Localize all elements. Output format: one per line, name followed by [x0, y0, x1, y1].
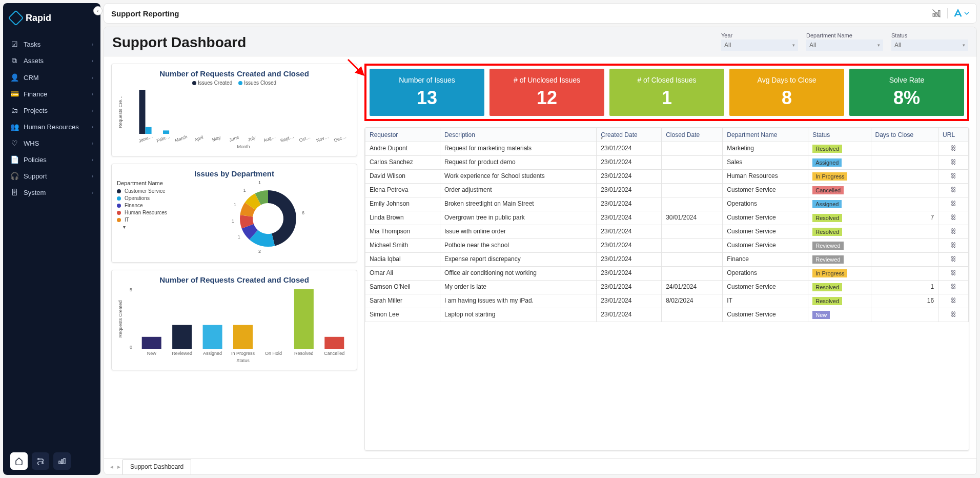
kpi-solve-rate: Solve Rate8%: [849, 69, 964, 116]
sidebar-item-finance[interactable]: 💳Finance›: [3, 86, 100, 102]
svg-text:Sept…: Sept…: [280, 134, 295, 144]
link-icon[interactable]: ⛓: [950, 269, 956, 276]
link-icon[interactable]: ⛓: [950, 283, 956, 290]
table-row[interactable]: Carlos SanchezRequest for product demo23…: [365, 156, 969, 170]
kpi--of-unclosed-issues: # of Unclosed Issues12: [489, 69, 604, 116]
table-row[interactable]: Elena PetrovaOrder adjustment23/01/2024C…: [365, 184, 969, 197]
sidebar-item-support[interactable]: 🎧Support›: [3, 168, 100, 184]
chevron-right-icon: ›: [92, 124, 93, 130]
link-icon[interactable]: ⛓: [950, 172, 956, 180]
table-row[interactable]: Andre DupontRequest for marketing materi…: [365, 142, 969, 156]
table-row[interactable]: Omar AliOffice air conditioning not work…: [365, 267, 969, 281]
tab-prev-button[interactable]: ◂: [108, 459, 115, 474]
table-row[interactable]: Linda BrownOvergrown tree in public park…: [365, 211, 969, 225]
sidebar-nav: ☑Tasks›⧉Assets›👤CRM›💳Finance›🗂Projects›👥…: [3, 34, 100, 447]
table-header[interactable]: Closed Date: [662, 128, 723, 142]
sidebar-item-system[interactable]: 🗄System›: [3, 184, 100, 201]
kpi-number-of-issues: Number of Issues13: [370, 69, 484, 116]
link-icon[interactable]: ⛓: [950, 311, 956, 318]
svg-point-1: [42, 463, 44, 464]
filter-department-name[interactable]: All▾: [806, 39, 883, 51]
table-row[interactable]: Simon LeeLaptop not starting23/01/2024Cu…: [365, 308, 969, 322]
link-icon[interactable]: ⛓: [950, 145, 956, 152]
tab-support-dashboard[interactable]: Support Dashboard: [122, 460, 191, 474]
svg-point-0: [38, 459, 39, 460]
sidebar-item-tasks[interactable]: ☑Tasks›: [3, 36, 100, 52]
issues-table-card: RequestorDescriptionCreated Date▾Closed …: [364, 127, 969, 451]
svg-text:Resolved: Resolved: [294, 351, 314, 356]
status-badge: Assigned: [812, 158, 842, 167]
table-header[interactable]: URL: [938, 128, 969, 142]
chart-icon[interactable]: [931, 8, 942, 19]
link-icon[interactable]: ⛓: [950, 228, 956, 235]
svg-text:1: 1: [243, 188, 246, 193]
table-header[interactable]: Status: [808, 128, 871, 142]
chart-requests-by-status: Number of Requests Created and Closed Re…: [111, 270, 357, 370]
link-icon[interactable]: ⛓: [950, 200, 956, 207]
link-icon[interactable]: ⛓: [950, 255, 956, 263]
chart2-more-button[interactable]: ▾: [117, 224, 189, 230]
link-icon[interactable]: ⛓: [950, 186, 956, 193]
svg-text:Nov…: Nov…: [316, 134, 330, 143]
table-header[interactable]: Days to Close: [871, 128, 938, 142]
sidebar-item-projects[interactable]: 🗂Projects›: [3, 102, 100, 118]
chevron-down-icon: ▾: [792, 43, 795, 48]
svg-rect-69: [324, 337, 344, 349]
table-header[interactable]: Description: [440, 128, 596, 142]
sidebar-collapse-button[interactable]: ‹: [93, 6, 103, 15]
sidebar-item-crm[interactable]: 👤CRM›: [3, 69, 100, 86]
link-icon[interactable]: ⛓: [950, 242, 956, 249]
table-row[interactable]: Sarah MillerI am having issues with my i…: [365, 294, 969, 308]
table-row[interactable]: Mia ThompsonIssue with online order23/01…: [365, 225, 969, 239]
link-icon[interactable]: ⛓: [950, 158, 956, 166]
svg-text:April: April: [194, 134, 204, 143]
table-row[interactable]: Samson O'NeilMy order is late23/01/20242…: [365, 281, 969, 294]
svg-text:Status: Status: [236, 358, 250, 363]
svg-rect-5: [933, 14, 934, 16]
svg-text:Dec…: Dec…: [333, 134, 347, 143]
table-row[interactable]: Michael SmithPothole near the school23/0…: [365, 239, 969, 253]
sidebar-item-whs[interactable]: ♡WHS›: [3, 135, 100, 151]
status-badge: In Progress: [812, 172, 847, 181]
chevron-right-icon: ›: [92, 58, 93, 64]
chevron-down-icon: ▾: [963, 43, 965, 48]
status-badge: Cancelled: [812, 186, 844, 194]
bottom-tabs: ◂ ▸ Support Dashboard: [104, 458, 976, 474]
table-header[interactable]: Requestor: [365, 128, 440, 142]
kpi-row: Number of Issues13# of Unclosed Issues12…: [364, 64, 969, 121]
sidebar-item-assets[interactable]: ⧉Assets›: [3, 52, 100, 69]
chevron-down-icon: ▾: [877, 43, 880, 48]
table-row[interactable]: Nadia IqbalExpense report discrepancy23/…: [365, 253, 969, 267]
svg-rect-3: [62, 460, 63, 464]
filter-year[interactable]: All▾: [721, 39, 798, 51]
svg-text:Assigned: Assigned: [203, 351, 222, 356]
sidebar-item-human-resources[interactable]: 👥Human Resources›: [3, 118, 100, 135]
home-button[interactable]: [10, 452, 28, 470]
sidebar-item-policies[interactable]: 📄Policies›: [3, 151, 100, 168]
chart2-title: Issues by Department: [117, 169, 352, 178]
status-badge: Resolved: [812, 297, 842, 305]
link-icon[interactable]: ⛓: [950, 297, 956, 304]
svg-text:Cancelled: Cancelled: [324, 351, 344, 356]
logo[interactable]: Rapid: [3, 3, 100, 34]
table-row[interactable]: David WilsonWork experience for School s…: [365, 170, 969, 184]
filter-label: Status: [891, 32, 968, 38]
filter-status[interactable]: All▾: [891, 39, 968, 51]
nav-icon: 🗂: [10, 106, 18, 114]
nav-icon: 👤: [10, 73, 18, 82]
svg-rect-11: [146, 127, 152, 134]
table-row[interactable]: Emily JohnsonBroken streetlight on Main …: [365, 197, 969, 211]
brand-menu[interactable]: [953, 9, 969, 18]
table-header[interactable]: Department Name: [723, 128, 808, 142]
chart2-legend-title: Department Name: [117, 180, 189, 186]
svg-text:June: June: [229, 134, 240, 143]
svg-rect-2: [59, 461, 60, 464]
chevron-right-icon: ›: [92, 190, 93, 195]
link-icon[interactable]: ⛓: [950, 214, 956, 221]
chart-button[interactable]: [53, 452, 71, 470]
workflow-button[interactable]: [32, 452, 49, 470]
table-header[interactable]: Created Date▾: [597, 128, 662, 142]
nav-icon: 💳: [10, 90, 18, 98]
chevron-right-icon: ›: [92, 91, 93, 97]
tab-next-button[interactable]: ▸: [115, 459, 122, 474]
